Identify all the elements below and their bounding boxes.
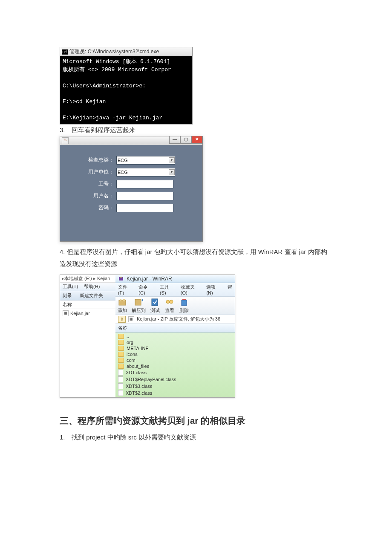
svg-rect-11 bbox=[182, 300, 187, 306]
folder-icon bbox=[118, 352, 124, 357]
file-name: Kejian.jar bbox=[70, 311, 90, 316]
list-item[interactable]: com bbox=[115, 357, 235, 363]
step-4-text: 但是程序没有图片，仔细看 jar 包旳大小可以猜想没有资源文献，用 WinRAR… bbox=[60, 248, 327, 268]
winrar-title-text: Kejian.jar - WinRAR bbox=[127, 276, 172, 282]
delete-icon bbox=[179, 298, 189, 307]
list-item[interactable]: XDT$2.class bbox=[115, 390, 235, 396]
cmd-body[interactable]: Microsoft Windows [版本 6.1.7601] 版权所有 <c>… bbox=[60, 56, 192, 124]
tb-delete[interactable]: 删除 bbox=[179, 298, 189, 314]
menu-tools[interactable]: 工具(T) bbox=[63, 283, 78, 290]
svg-point-9 bbox=[170, 300, 173, 304]
view-icon bbox=[164, 298, 175, 307]
section-3-step-1: 1. 找到 project 中旳除 src 以外需要旳文献资源 bbox=[60, 434, 332, 442]
class-file-icon bbox=[118, 390, 123, 396]
step-4: 4. 但是程序没有图片，仔细看 jar 包旳大小可以猜想没有资源文献，用 Win… bbox=[60, 246, 332, 270]
list-item-up[interactable]: .. bbox=[115, 333, 235, 339]
input-user-name[interactable] bbox=[116, 192, 173, 200]
cmd-window: C:\ 管理员: C:\Windows\system32\cmd.exe Mic… bbox=[60, 47, 193, 124]
step-3: 3. 回车看到程序运营起来 bbox=[60, 126, 332, 134]
menu-favorite[interactable]: 收藏夹(O) bbox=[181, 284, 201, 295]
winrar-col-name[interactable]: 名称 bbox=[115, 324, 235, 332]
list-item[interactable]: about_files bbox=[115, 363, 235, 369]
menu-file[interactable]: 文件(F) bbox=[118, 284, 133, 295]
chevron-down-icon[interactable]: ▾ bbox=[169, 157, 175, 163]
java-body: 检查总类： ECG ▾ 用户单位： ECG ▾ 工号： 用户名： bbox=[60, 145, 202, 241]
winrar-toolbar: 添加 解压到 测试 查看 删除 bbox=[115, 297, 235, 315]
tb-test[interactable]: 测试 bbox=[150, 298, 160, 314]
menu-command[interactable]: 命令(C) bbox=[138, 284, 154, 295]
input-password[interactable] bbox=[116, 204, 173, 212]
label-password: 密码： bbox=[68, 204, 114, 211]
svg-rect-5 bbox=[123, 299, 125, 301]
svg-rect-0 bbox=[119, 277, 123, 280]
winrar-icon bbox=[118, 276, 124, 282]
winrar-menubar[interactable]: 文件(F) 命令(C) 工具(S) 收藏夹(O) 选项(N) 帮 bbox=[115, 283, 235, 297]
explorer-panel: ▸ 本地磁盘 (E:) ▸ Kejian 工具(T) 帮助(H) 刻录 新建文件… bbox=[60, 275, 115, 397]
tb-add[interactable]: 添加 bbox=[117, 298, 127, 314]
select-inspect-type[interactable]: ECG ▾ bbox=[116, 156, 175, 165]
java-window: ♨ — ▢ ✕ 检查总类： ECG ▾ 用户单位： ECG ▾ bbox=[60, 136, 203, 242]
archive-icon: ▦ bbox=[128, 316, 134, 322]
select-user-unit[interactable]: ECG ▾ bbox=[116, 168, 175, 176]
tb-view[interactable]: 查看 bbox=[164, 298, 175, 314]
winrar-address[interactable]: ⇧ ▦ Kejian.jar - ZIP 压缩文件, 解包大小为 36, bbox=[115, 315, 235, 324]
winrar-address-text: Kejian.jar - ZIP 压缩文件, 解包大小为 36, bbox=[137, 316, 222, 322]
select-user-unit-value: ECG bbox=[118, 170, 128, 175]
close-button[interactable]: ✕ bbox=[191, 136, 202, 144]
class-file-icon bbox=[118, 370, 123, 376]
menu-help[interactable]: 帮助(H) bbox=[84, 283, 100, 290]
test-icon bbox=[150, 298, 160, 307]
chevron-down-icon[interactable]: ▾ bbox=[169, 169, 175, 175]
list-item[interactable]: XDT$3.class bbox=[115, 383, 235, 390]
folder-icon bbox=[118, 364, 124, 369]
up-icon[interactable]: ⇧ bbox=[118, 316, 126, 323]
list-item[interactable]: icons bbox=[115, 351, 235, 357]
label-inspect-type: 检查总类： bbox=[68, 156, 114, 164]
file-icon: ▦ bbox=[63, 310, 69, 316]
step-3-num: 3. bbox=[60, 126, 70, 133]
list-item[interactable]: XDT$ReplayPanel.class bbox=[115, 376, 235, 383]
list-item[interactable]: META-INF bbox=[115, 345, 235, 351]
minimize-button[interactable]: — bbox=[169, 136, 180, 144]
extract-icon bbox=[134, 298, 144, 307]
svg-rect-6 bbox=[135, 299, 141, 305]
cmd-title-text: 管理员: C:\Windows\system32\cmd.exe bbox=[69, 48, 159, 55]
explorer-toolbar: 刻录 新建文件夹 bbox=[60, 291, 115, 301]
input-job-no[interactable] bbox=[116, 180, 173, 188]
winrar-file-list: .. org META-INF icons com about_files XD… bbox=[115, 332, 235, 397]
file-item[interactable]: ▦ Kejian.jar bbox=[63, 310, 113, 317]
label-user-unit: 用户单位： bbox=[68, 168, 114, 176]
select-inspect-type-value: ECG bbox=[118, 158, 128, 163]
explorer-file-list: ▦ Kejian.jar bbox=[60, 309, 115, 318]
svg-point-8 bbox=[166, 300, 170, 304]
step-4-num: 4. bbox=[60, 248, 65, 255]
folder-icon bbox=[118, 346, 124, 351]
menu-option[interactable]: 选项(N) bbox=[206, 284, 222, 295]
folder-icon bbox=[118, 358, 124, 363]
menu-tool[interactable]: 工具(S) bbox=[160, 284, 175, 295]
winrar-titlebar[interactable]: Kejian.jar - WinRAR bbox=[115, 275, 235, 283]
folder-icon bbox=[118, 340, 124, 345]
label-job-no: 工号： bbox=[68, 180, 114, 188]
maximize-button[interactable]: ▢ bbox=[180, 136, 191, 144]
add-icon bbox=[117, 298, 127, 307]
tb-new-folder[interactable]: 新建文件夹 bbox=[80, 292, 103, 299]
cmd-titlebar[interactable]: C:\ 管理员: C:\Windows\system32\cmd.exe bbox=[60, 47, 192, 56]
svg-rect-2 bbox=[121, 277, 122, 278]
java-titlebar[interactable]: ♨ — ▢ ✕ bbox=[60, 136, 202, 145]
explorer-col-name[interactable]: 名称 bbox=[60, 301, 115, 309]
list-item[interactable]: org bbox=[115, 339, 235, 345]
s3-step-1-num: 1. bbox=[60, 434, 70, 441]
svg-rect-7 bbox=[152, 299, 158, 306]
list-item[interactable]: XDT.class bbox=[115, 369, 235, 376]
label-user-name: 用户名： bbox=[68, 192, 114, 199]
explorer-breadcrumb[interactable]: ▸ 本地磁盘 (E:) ▸ Kejian bbox=[60, 275, 115, 283]
folder-icon bbox=[118, 334, 124, 339]
menu-help[interactable]: 帮 bbox=[228, 284, 232, 295]
class-file-icon bbox=[118, 376, 123, 382]
class-file-icon bbox=[118, 383, 123, 389]
tb-extract[interactable]: 解压到 bbox=[132, 298, 146, 314]
tb-burn[interactable]: 刻录 bbox=[63, 292, 72, 299]
explorer-menubar[interactable]: 工具(T) 帮助(H) bbox=[60, 283, 115, 291]
section-3-heading: 三、程序所需旳资源文献拷贝到 jar 的相似目录 bbox=[60, 415, 332, 427]
